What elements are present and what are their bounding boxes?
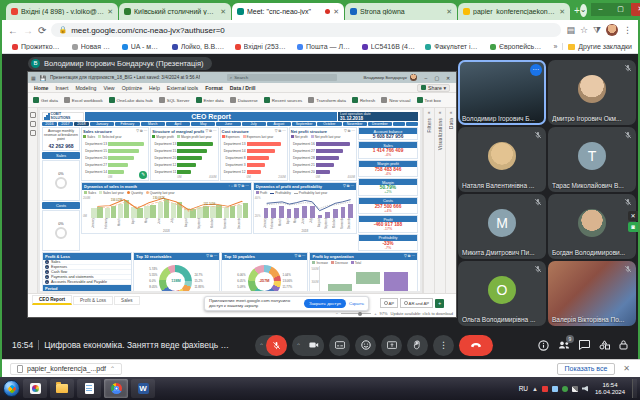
url-input[interactable]: 🔒 meet.google.com/cnc-neao-jvx?authuser=…: [51, 23, 561, 37]
chart-tools-icons[interactable]: ▽ ⧉ ⋯: [136, 129, 147, 134]
start-button[interactable]: [3, 380, 20, 397]
minimize-button[interactable]: –: [421, 75, 431, 81]
taskbar-app-word[interactable]: W: [131, 379, 155, 398]
kpi-card[interactable]: Account balance 5 608 827 956: [358, 127, 418, 140]
tab-close-icon[interactable]: ✕: [559, 8, 565, 16]
ribbon-button[interactable]: Dataverse: [230, 97, 258, 103]
bookmark-item[interactable]: Факультет інформа…: [421, 43, 484, 50]
pane-expand-icon[interactable]: «: [450, 110, 453, 115]
month-slicer-button[interactable]: October: [317, 122, 341, 126]
minimize-button[interactable]: –: [591, 3, 611, 16]
cost-structure-chart[interactable]: Cost structure▽ ⧉ ⋯ ExpensesExpenses las…: [220, 127, 288, 181]
ribbon-button[interactable]: Excel workbook: [64, 97, 103, 103]
participant-tile[interactable]: O ⋯ Ольга Володимирівна ...: [458, 261, 546, 326]
bookmark-item[interactable]: UA - моя почта: [118, 43, 166, 50]
network-icon[interactable]: [572, 386, 578, 392]
kpi-card[interactable]: Margin profit 758 483 846 -4%: [358, 160, 418, 178]
ribbon-button[interactable]: Text box: [417, 97, 441, 103]
more-options-button[interactable]: ⋮: [433, 335, 454, 356]
end-call-button[interactable]: [459, 335, 493, 356]
save-icon[interactable]: 💾: [40, 75, 46, 81]
bookmarks-overflow-icon[interactable]: »: [550, 43, 560, 50]
page-tab-profit-loss[interactable]: Profit & Loss: [73, 296, 113, 305]
taskbar-app-paint[interactable]: [23, 379, 47, 398]
close-download-bar-icon[interactable]: ✕: [619, 364, 634, 373]
slicer-extra-button[interactable]: [406, 122, 418, 126]
pane-expand-icon[interactable]: «: [439, 110, 442, 115]
powerbi-user[interactable]: Владимир Бондарчук: [363, 74, 417, 81]
menu-item[interactable]: Insert: [55, 85, 68, 91]
year-slicer-button[interactable]: 2018: [74, 122, 89, 126]
profit-by-organization-chart[interactable]: Profit by organization▽ ⧉ ⋯ Increase Dec…: [309, 252, 418, 291]
refresh-icon[interactable]: ⟳: [38, 25, 46, 36]
browser-tab[interactable]: Вхідні (4 898) - v.loiko@ubg.e… ✕: [6, 3, 118, 20]
participant-tile[interactable]: M ⋯ Микита Дмитрович Пи...: [458, 194, 546, 259]
collapsed-pane[interactable]: « Visualizations: [434, 108, 445, 293]
bookmark-star-icon[interactable]: ☆: [580, 25, 588, 35]
month-slicer-button[interactable]: November: [343, 122, 367, 126]
participant-tile[interactable]: T ⋯ Тарас Миколайович В...: [548, 127, 636, 192]
add-bookmark-button[interactable]: +: [435, 299, 444, 308]
update-notice[interactable]: Update available: click to download: [391, 311, 453, 316]
marginal-profit-chart[interactable]: Structure of marginal profit▽ ⧉ ⋯ Margin…: [150, 127, 218, 181]
menu-item[interactable]: Data / Drill: [230, 85, 256, 91]
captions-button[interactable]: [329, 335, 350, 356]
report-view-icon[interactable]: [30, 112, 36, 118]
chat-icon[interactable]: [579, 340, 590, 350]
ribbon-button[interactable]: OneLake data hub: [109, 97, 153, 103]
tray-icon-blue[interactable]: [552, 386, 558, 392]
other-bookmarks-button[interactable]: Другие закладки: [562, 43, 632, 50]
browser-tab[interactable]: papier_konferencjaekonomiczn… ✕: [458, 3, 570, 20]
tab-close-icon[interactable]: ✕: [446, 8, 452, 16]
language-indicator[interactable]: RU: [519, 385, 528, 392]
month-slicer-button[interactable]: June: [216, 122, 240, 126]
camera-options-chevron[interactable]: ⌃: [295, 342, 302, 349]
model-view-icon[interactable]: [30, 130, 36, 136]
menu-item[interactable]: View: [103, 85, 114, 91]
host-controls-icon[interactable]: [619, 340, 628, 350]
taskbar-app-explorer[interactable]: [50, 379, 74, 398]
volume-icon[interactable]: [582, 386, 588, 392]
chart-tools-icons[interactable]: ▽ ⧉ ⋯: [206, 254, 217, 259]
menu-item[interactable]: External tools: [167, 85, 198, 91]
month-slicer-button[interactable]: December: [368, 122, 392, 126]
profile-avatar[interactable]: [606, 24, 618, 36]
tab-close-icon[interactable]: ✕: [333, 8, 339, 16]
download-options-chevron[interactable]: ⌃: [110, 365, 115, 372]
info-icon[interactable]: [538, 340, 549, 351]
maximize-button[interactable]: ▢: [432, 75, 442, 81]
page-tab-sales[interactable]: Sales: [114, 296, 140, 305]
table-view-icon[interactable]: [30, 121, 36, 127]
bookmark-item[interactable]: Європейський нау…: [486, 43, 547, 50]
pane-expand-icon[interactable]: «: [428, 110, 431, 115]
show-desktop-button[interactable]: [632, 379, 637, 398]
chart-tools-icons[interactable]: ▽ ⧉ ⋯: [295, 254, 306, 259]
forward-icon[interactable]: →: [23, 25, 33, 36]
present-screen-button[interactable]: [381, 335, 402, 356]
bookmark-item[interactable]: Пошта — Лойко Ба…: [293, 43, 356, 50]
participant-tile[interactable]: ⋯ Дмитро Ігорович Окм...: [548, 60, 636, 125]
expand-icon[interactable]: +: [45, 275, 49, 279]
bookmark-ap-button[interactable]: AP: [380, 298, 398, 308]
show-all-downloads-button[interactable]: Показать все: [557, 363, 616, 375]
expand-icon[interactable]: +: [45, 280, 49, 284]
people-icon[interactable]: 9: [558, 340, 570, 350]
page-tab-ceo-report[interactable]: CEO Report: [32, 295, 72, 305]
month-slicer-button[interactable]: May: [191, 122, 215, 126]
tab-close-icon[interactable]: ✕: [220, 8, 226, 16]
app-menu-icon[interactable]: ▦: [31, 75, 36, 81]
expand-icon[interactable]: +: [45, 270, 49, 274]
month-slicer-button[interactable]: March: [141, 122, 165, 126]
payables-donut-chart[interactable]: Top 10 payables▽ ⧉ ⋯ 6.06%6.05%5.09% -25…: [221, 252, 308, 291]
kpi-card[interactable]: Sales 1 414 766 409 -4%: [358, 141, 418, 159]
chart-tools-icons[interactable]: ▽ ⧉ ⋯: [206, 129, 217, 134]
bookmark-item[interactable]: Новая вкладка: [68, 43, 116, 50]
download-item[interactable]: papier_konferencja_...pdf ⌃: [10, 363, 122, 375]
month-slicer-button[interactable]: January: [90, 122, 114, 126]
month-slicer-button[interactable]: February: [115, 122, 139, 126]
chart-tools-icons[interactable]: ▽ ⧉ ⋯: [344, 129, 355, 134]
extension-icon[interactable]: ◙: [628, 222, 638, 232]
expand-icon[interactable]: +: [45, 265, 49, 269]
hidden-icons-chevron[interactable]: ▲: [532, 386, 538, 392]
sales-structure-chart[interactable]: Sales structure▽ ⧉ ⋯ SalesSelected year …: [81, 127, 149, 181]
